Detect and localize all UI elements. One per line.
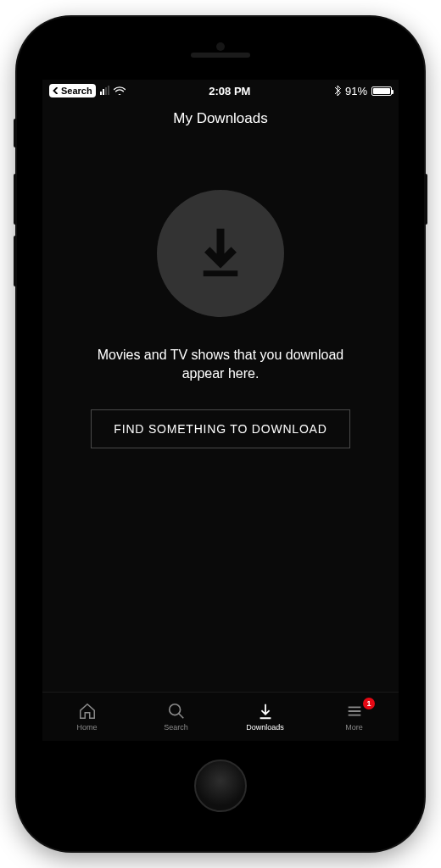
search-icon (167, 702, 186, 721)
back-to-app-label: Search (61, 86, 92, 96)
cell-signal-icon (100, 86, 109, 95)
battery-icon (371, 86, 392, 96)
screen: Search 2:08 PM 91% My Downloads (42, 80, 399, 741)
mute-switch (14, 119, 17, 147)
more-badge: 1 (363, 698, 375, 709)
download-hero-icon (157, 190, 284, 317)
phone-bezel: Search 2:08 PM 91% My Downloads (32, 32, 409, 836)
tab-home-label: Home (76, 723, 97, 732)
tab-bar: Home Search Downloads 1 More (42, 692, 399, 741)
home-button[interactable] (194, 760, 247, 812)
front-camera (216, 42, 225, 51)
wifi-icon (114, 85, 126, 97)
volume-up-button (14, 174, 17, 225)
empty-state: Movies and TV shows that you download ap… (42, 139, 399, 692)
earpiece-speaker (191, 53, 250, 58)
tab-more-label: More (345, 723, 363, 732)
battery-percent: 91% (345, 85, 367, 97)
find-download-button[interactable]: FIND SOMETHING TO DOWNLOAD (91, 409, 349, 448)
tab-home[interactable]: Home (42, 693, 131, 741)
status-time: 2:08 PM (209, 85, 250, 97)
tab-search[interactable]: Search (131, 693, 220, 741)
status-bar: Search 2:08 PM 91% (42, 80, 399, 102)
tab-downloads-label: Downloads (246, 723, 284, 732)
phone-frame: Search 2:08 PM 91% My Downloads (17, 17, 424, 851)
page-title: My Downloads (42, 102, 399, 139)
svg-point-1 (169, 704, 180, 715)
bluetooth-icon (334, 86, 341, 96)
download-icon (256, 702, 275, 721)
empty-state-message: Movies and TV shows that you download ap… (85, 346, 356, 384)
svg-rect-0 (204, 270, 238, 276)
tab-more[interactable]: 1 More (310, 693, 399, 741)
tab-search-label: Search (164, 723, 188, 732)
power-button (424, 174, 427, 225)
volume-down-button (14, 236, 17, 287)
home-icon (78, 702, 97, 721)
chevron-left-icon (53, 87, 59, 94)
back-to-app-pill[interactable]: Search (49, 84, 96, 97)
menu-icon (345, 702, 364, 721)
tab-downloads[interactable]: Downloads (220, 693, 310, 741)
